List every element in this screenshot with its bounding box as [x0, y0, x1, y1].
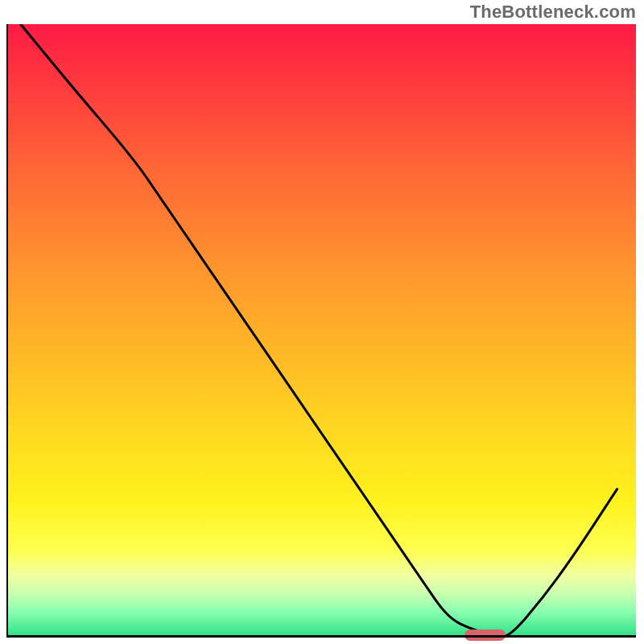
- chart-container: TheBottleneck.com: [0, 0, 644, 644]
- watermark-text: TheBottleneck.com: [470, 2, 636, 23]
- bottleneck-curve-path: [21, 24, 617, 636]
- x-axis-line: [8, 635, 636, 638]
- curve-svg: [8, 24, 636, 636]
- plot-area: [8, 24, 636, 636]
